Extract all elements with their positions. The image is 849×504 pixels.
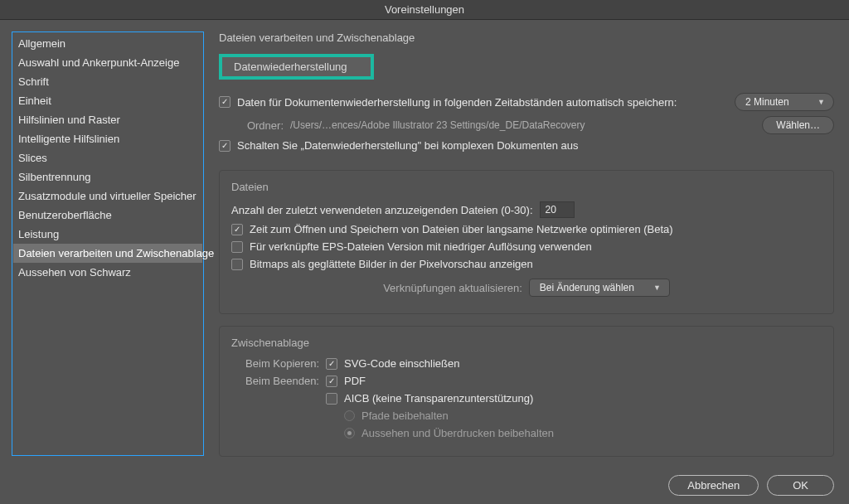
sidebar-item[interactable]: Intelligente Hilfslinien — [13, 129, 202, 148]
update-links-value: Bei Änderung wählen — [540, 282, 634, 293]
appearance-radio-label: Aussehen und Überdrucken beibehalten — [361, 427, 554, 439]
window-body: AllgemeinAuswahl und Ankerpunkt-AnzeigeS… — [0, 20, 849, 468]
eps-lowres-label: Für verknüpfte EPS-Dateien Version mit n… — [250, 240, 592, 253]
paths-radio-label: Pfade beibehalten — [361, 410, 449, 422]
folder-path: /Users/…ences/Adobe Illustrator 23 Setti… — [290, 119, 585, 131]
files-group: Dateien Anzahl der zuletzt verwendeten a… — [219, 170, 834, 314]
recovery-group: Daten für Dokumentenwiederherstellung in… — [219, 93, 834, 162]
appearance-radio — [344, 428, 355, 439]
chevron-down-icon: ▼ — [653, 284, 661, 292]
slow-network-label: Zeit zum Öffnen und Speichern von Dateie… — [250, 223, 673, 235]
clipboard-group-title: Zwischenablage — [231, 337, 822, 349]
sidebar-item[interactable]: Dateien verarbeiten und Zwischenablage — [13, 244, 202, 263]
interval-select[interactable]: 2 Minuten ▼ — [735, 93, 834, 111]
panel-title: Dateien verarbeiten und Zwischenablage — [219, 32, 834, 44]
sidebar-item[interactable]: Auswahl und Ankerpunkt-Anzeige — [13, 53, 202, 72]
sidebar-item[interactable]: Hilfslinien und Raster — [13, 110, 202, 129]
sidebar-item[interactable]: Schrift — [13, 72, 202, 91]
svg-label: SVG-Code einschließen — [344, 357, 459, 370]
slow-network-checkbox[interactable] — [231, 224, 243, 235]
folder-label: Ordner: — [242, 119, 284, 132]
bitmap-smooth-label: Bitmaps als geglättete Bilder in der Pix… — [250, 258, 533, 270]
recent-files-input[interactable] — [540, 201, 575, 218]
preferences-window: Voreinstellungen AllgemeinAuswahl und An… — [0, 0, 849, 504]
ok-button[interactable]: OK — [767, 475, 834, 496]
interval-select-value: 2 Minuten — [745, 96, 789, 108]
sidebar-item[interactable]: Benutzeroberfläche — [13, 206, 202, 225]
on-quit-label: Beim Beenden: — [231, 375, 319, 387]
sidebar-item[interactable]: Leistung — [13, 225, 202, 244]
update-links-select[interactable]: Bei Änderung wählen ▼ — [529, 279, 670, 297]
window-title: Voreinstellungen — [0, 0, 849, 20]
recovery-heading: Datenwiederherstellung — [219, 54, 374, 80]
sidebar-item[interactable]: Aussehen von Schwarz — [13, 263, 202, 282]
sidebar-item[interactable]: Einheit — [13, 91, 202, 110]
svg-checkbox[interactable] — [326, 358, 337, 370]
disable-complex-label: Schalten Sie „Datenwiederherstellung" be… — [237, 139, 578, 152]
choose-folder-button[interactable]: Wählen… — [762, 116, 834, 134]
recent-files-label: Anzahl der zuletzt verwendeten anzuzeige… — [231, 204, 533, 216]
pdf-checkbox[interactable] — [326, 376, 337, 387]
on-copy-label: Beim Kopieren: — [231, 357, 319, 370]
eps-lowres-checkbox[interactable] — [231, 241, 243, 253]
update-links-label: Verknüpfungen aktualisieren: — [383, 282, 522, 294]
sidebar-item[interactable]: Slices — [13, 148, 202, 167]
clipboard-group: Zwischenablage Beim Kopieren: SVG-Code e… — [219, 326, 834, 457]
disable-complex-checkbox[interactable] — [219, 140, 230, 152]
pdf-label: PDF — [344, 375, 366, 387]
sidebar-item[interactable]: Zusatzmodule und virtueller Speicher — [13, 187, 202, 206]
bitmap-smooth-checkbox[interactable] — [231, 259, 243, 270]
auto-save-checkbox[interactable] — [219, 96, 230, 108]
aicb-label: AICB (keine Transparenzunterstützung) — [344, 392, 533, 405]
paths-radio — [344, 410, 355, 421]
dialog-footer: Abbrechen OK — [0, 468, 849, 504]
main-panel: Dateien verarbeiten und Zwischenablage D… — [219, 32, 837, 468]
sidebar-item[interactable]: Allgemein — [13, 34, 202, 53]
aicb-checkbox[interactable] — [326, 393, 337, 405]
files-group-title: Dateien — [231, 181, 822, 193]
cancel-button[interactable]: Abbrechen — [668, 475, 759, 496]
category-sidebar: AllgemeinAuswahl und Ankerpunkt-AnzeigeS… — [12, 32, 204, 456]
auto-save-label: Daten für Dokumentenwiederherstellung in… — [237, 96, 677, 109]
chevron-down-icon: ▼ — [817, 98, 825, 106]
sidebar-item[interactable]: Silbentrennung — [13, 167, 202, 187]
